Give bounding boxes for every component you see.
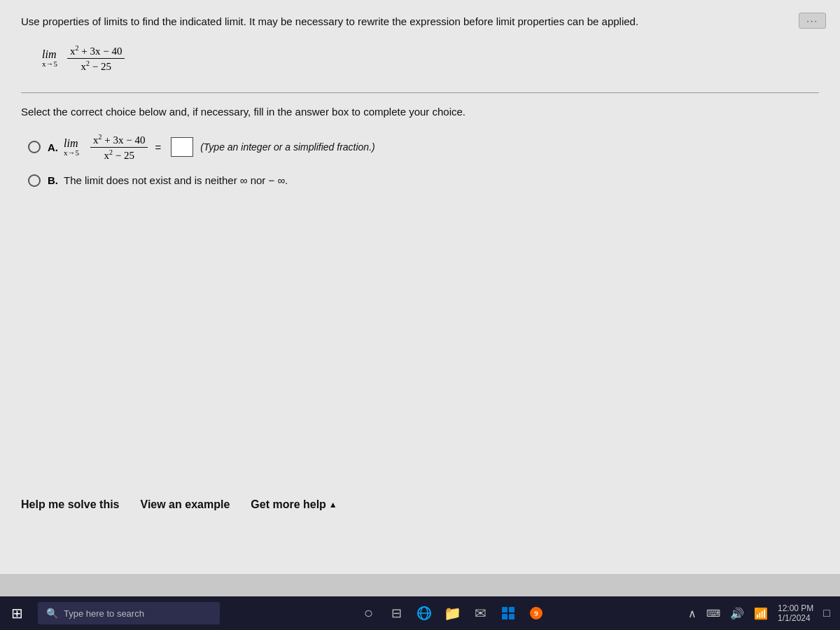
problem-limit-expression: lim x→5 x2 + 3x − 40 x2 − 25 <box>42 44 125 73</box>
search-placeholder-text: Type here to search <box>64 608 144 619</box>
taskbar-app6[interactable] <box>496 601 521 626</box>
folder-icon: 📁 <box>444 605 461 622</box>
divider <box>21 92 819 93</box>
svg-rect-5 <box>502 614 507 620</box>
svg-rect-4 <box>509 607 514 612</box>
numerator: x2 + 3x − 40 <box>67 44 125 59</box>
taskbar-app7[interactable]: 9 <box>524 601 549 626</box>
main-content: ··· Use properties of limits to find the… <box>0 0 840 574</box>
taskbar-volume-icon[interactable]: 🔊 <box>727 604 747 623</box>
more-options-button[interactable]: ··· <box>799 13 826 29</box>
search-icon: 🔍 <box>46 608 58 620</box>
select-instruction: Select the correct choice below and, if … <box>21 106 819 118</box>
mail-icon: ✉ <box>475 605 486 622</box>
choice-a-lim-word: lim <box>64 138 78 149</box>
choice-b-text: The limit does not exist and is neither … <box>64 174 288 186</box>
choice-a-row: A. lim x→5 x2 + 3x − 40 x2 − 25 = (Type … <box>28 133 819 162</box>
choice-a-lim-sub: x→5 <box>64 149 79 157</box>
circle-search-icon: ○ <box>364 604 373 622</box>
choice-a-label: A. <box>48 141 58 153</box>
equals-sign: = <box>155 141 161 153</box>
taskbar-keyboard-icon[interactable]: ⌨ <box>704 605 723 622</box>
radio-b[interactable] <box>28 174 41 187</box>
choices-section: A. lim x→5 x2 + 3x − 40 x2 − 25 = (Type … <box>28 133 819 187</box>
svg-text:9: 9 <box>535 609 539 617</box>
problem-statement: Use properties of limits to find the ind… <box>21 14 819 30</box>
taskbar-clock: 12:00 PM1/1/2024 <box>775 601 816 626</box>
bottom-actions: Help me solve this View an example Get m… <box>21 498 337 511</box>
view-example-link[interactable]: View an example <box>141 498 230 511</box>
choice-b-row: B. The limit does not exist and is neith… <box>28 174 819 187</box>
radio-a[interactable] <box>28 141 41 153</box>
start-button[interactable]: ⊞ <box>0 596 34 630</box>
taskbar-notification[interactable]: □ <box>820 604 833 622</box>
taskbar-right: ∧ ⌨ 🔊 📶 12:00 PM1/1/2024 □ <box>685 601 833 626</box>
taskbar-mail[interactable]: ✉ <box>468 601 493 626</box>
choice-b-label: B. <box>48 174 58 186</box>
lim-word: lim <box>42 49 56 60</box>
choice-a-numerator: x2 + 3x − 40 <box>90 133 148 148</box>
taskbar-center: ○ ⊟ 📁 ✉ <box>220 601 685 626</box>
taskbar-taskview[interactable]: ⊟ <box>384 601 409 626</box>
taskbar-search[interactable]: 🔍 Type here to search <box>38 602 220 624</box>
taskbar-file-explorer[interactable]: 📁 <box>440 601 465 626</box>
answer-input[interactable] <box>171 137 193 157</box>
problem-fraction: x2 + 3x − 40 x2 − 25 <box>67 44 125 73</box>
taskview-icon: ⊟ <box>391 606 402 621</box>
svg-rect-6 <box>509 614 514 620</box>
taskbar-browser[interactable] <box>412 601 437 626</box>
denominator: x2 − 25 <box>78 59 113 73</box>
svg-rect-3 <box>502 607 507 612</box>
choice-a-content: lim x→5 x2 + 3x − 40 x2 − 25 = (Type an … <box>64 133 375 162</box>
taskbar-up-arrow[interactable]: ∧ <box>685 604 699 623</box>
lim-block: lim x→5 <box>42 49 57 68</box>
taskbar-circle-icon[interactable]: ○ <box>356 601 381 626</box>
browser-icon <box>416 606 432 621</box>
get-more-help-link[interactable]: Get more help ▲ <box>251 498 337 511</box>
grid-app-icon <box>500 606 516 621</box>
choice-a-fraction: x2 + 3x − 40 x2 − 25 <box>90 133 148 162</box>
taskbar-wifi-icon[interactable]: 📶 <box>751 604 771 623</box>
orange-app-icon: 9 <box>528 606 544 621</box>
type-hint: (Type an integer or a simplified fractio… <box>200 141 375 153</box>
get-more-help-text: Get more help <box>251 498 326 511</box>
lim-subscript: x→5 <box>42 60 57 68</box>
help-solve-link[interactable]: Help me solve this <box>21 498 120 511</box>
windows-icon: ⊞ <box>11 605 23 622</box>
choice-a-denominator: x2 − 25 <box>101 148 136 162</box>
choice-a-lim-block: lim x→5 <box>64 138 79 157</box>
arrow-up-icon: ▲ <box>329 500 337 510</box>
taskbar: ⊞ 🔍 Type here to search ○ ⊟ 📁 ✉ <box>0 596 840 630</box>
